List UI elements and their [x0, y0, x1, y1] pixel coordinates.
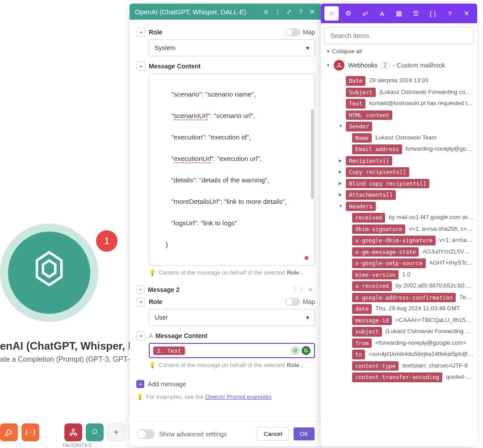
tab-text[interactable]: A [375, 6, 389, 21]
tab-math[interactable]: x¹ [358, 6, 373, 21]
tree-row[interactable]: ▼Headers [339, 201, 474, 212]
fav-webhook-icon[interactable] [64, 423, 82, 441]
field-tag[interactable]: Attachments[] [346, 190, 396, 200]
fav-tool-icon[interactable] [0, 423, 18, 441]
tab-array[interactable]: ☰ [409, 6, 423, 21]
tree-row[interactable]: message-id<CAAAn+TBiCQaLU_8h15BybbDQ9h [339, 315, 474, 326]
field-tag[interactable]: content-type [352, 361, 399, 371]
tree-row[interactable]: HTML content [339, 110, 474, 121]
bulb-icon: 💡 [149, 362, 156, 368]
field-tag[interactable]: Copy recipients[] [346, 167, 409, 177]
map-toggle[interactable] [285, 28, 300, 36]
collapse-all-button[interactable]: ▼ Collapse all [321, 48, 477, 58]
tree-row[interactable]: receivedby mail-oo1-f47.google.com with … [339, 212, 474, 224]
mapped-pill[interactable]: 2. Text [153, 347, 185, 355]
tree-row[interactable]: ▶Copy recipients[] [339, 166, 474, 178]
message-content-input[interactable]: "scenario": "scenario name", "scenarioUr… [149, 73, 315, 266]
fav-openai-icon[interactable] [86, 423, 104, 441]
tree-row[interactable]: Date29 sierpnia 2024 13:03 [339, 75, 474, 87]
field-tag[interactable]: content-transfer-encoding [352, 372, 442, 382]
tree-row[interactable]: x-gm-message-stateAOJu0YznZL5VwaJt0RDLj8… [339, 246, 474, 258]
tab-date[interactable]: ▦ [392, 6, 406, 21]
tree-row[interactable]: ▼Sender [339, 121, 474, 132]
tab-settings[interactable]: ⚙ [341, 6, 356, 21]
field-tag[interactable]: received [352, 213, 385, 223]
tree-row[interactable]: to<ssn4pl1kmib4du5ibrjba14tfekat5ph@hook… [339, 349, 474, 360]
chevron-down-icon[interactable]: ▾ [136, 297, 145, 306]
tree-row[interactable]: ▶Attachments[] [339, 189, 474, 201]
tab-json[interactable]: { } [426, 6, 440, 21]
fav-brackets-icon[interactable]: [·] [21, 423, 39, 441]
search-input[interactable] [324, 27, 474, 44]
field-tag[interactable]: Blind copy recipients[] [346, 179, 429, 189]
tree-row[interactable]: Textkontakt@lostrowski.pl has requested … [339, 98, 474, 110]
tree-row[interactable]: dateThu, 29 Aug 2024 11:03:46 GMT [339, 303, 474, 315]
cancel-button[interactable]: Cancel [257, 427, 289, 441]
scrollbar[interactable] [311, 110, 314, 199]
field-tag[interactable]: x-gm-message-state [352, 247, 419, 257]
chevron-down-icon[interactable]: ▾ [136, 28, 145, 37]
chevron-down-icon[interactable]: ▾ [136, 331, 145, 340]
tree-row[interactable]: ▶Blind copy recipients[] [339, 178, 474, 190]
openai-node[interactable] [0, 224, 98, 322]
tree-row[interactable]: mime-version1.0 [339, 269, 474, 281]
role2-select[interactable]: User ▾ [149, 309, 315, 326]
remove-icon[interactable]: ✕ [308, 286, 313, 293]
grammarly-icon[interactable]: ⟳ [291, 346, 300, 355]
message-content-2-input[interactable]: 2. Text ⟳ G [149, 343, 315, 358]
field-tag[interactable]: Name [352, 133, 372, 143]
field-tag[interactable]: Subject [346, 88, 376, 97]
tree-row[interactable]: Email addressforwarding-noreply@google.c… [339, 144, 474, 155]
field-tag[interactable]: Sender [346, 122, 372, 131]
tree-row[interactable]: content-typetext/plain; charset=UTF-8 [339, 360, 474, 372]
grammarly-g-icon[interactable]: G [302, 346, 311, 355]
fav-add-button[interactable]: + [107, 423, 125, 441]
tree-row[interactable]: x-google-address-confirmation7eNtBMJ2Hnm… [339, 292, 474, 304]
field-tag[interactable]: subject [352, 327, 382, 337]
expand-icon[interactable]: ⤢ [285, 8, 293, 16]
drag-icon[interactable]: ⋮⋮ [292, 286, 304, 293]
tree-row[interactable]: ▶Recipients[] [339, 155, 474, 167]
field-tag[interactable]: Recipients[] [346, 156, 392, 166]
shuffle-icon[interactable]: ⤭ [262, 8, 270, 16]
tree-row[interactable]: from<forwarding-noreply@google.com> [339, 338, 474, 349]
field-tag[interactable]: to [352, 350, 365, 359]
field-tag[interactable]: Text [346, 99, 365, 109]
field-tag[interactable]: x-google-smtp-source [352, 258, 426, 268]
field-tag[interactable]: date [352, 304, 372, 314]
close-icon[interactable]: ✕ [308, 8, 316, 16]
ok-button[interactable]: OK [294, 427, 315, 440]
field-tag[interactable]: Date [346, 76, 365, 86]
advanced-toggle[interactable] [137, 429, 155, 439]
tab-help[interactable]: ? [442, 6, 457, 21]
tree-row[interactable]: NameŁukasz Ostrowski Team [339, 132, 474, 144]
help-icon[interactable]: ? [297, 8, 305, 16]
field-tag[interactable]: HTML content [346, 110, 392, 120]
tree-row[interactable]: x-google-smtp-sourceAGHT+IHySTcWplqs7OiA… [339, 258, 474, 269]
add-message-button[interactable]: + [136, 380, 144, 388]
field-tag[interactable]: x-google-address-confirmation [352, 293, 456, 303]
field-tag[interactable]: message-id [352, 316, 392, 325]
tree-row[interactable]: x-receivedby 2002:a05:6870:b52c:b0:270:1… [339, 280, 474, 292]
tree-row[interactable]: Subject(Łukasz Ostrowski Forwarding conf… [339, 87, 474, 98]
module-row[interactable]: ▼ Webhooks 2 - Custom mailhook [321, 58, 477, 75]
tab-star[interactable]: ☆ [324, 6, 339, 21]
chevron-down-icon[interactable]: ▾ [136, 286, 144, 294]
menu-icon[interactable]: ⋮ [273, 8, 281, 16]
mapper-close-icon[interactable]: ✕ [459, 6, 474, 21]
tree-row[interactable]: subject(Łukasz Ostrowski Forwarding conf… [339, 326, 474, 338]
map-toggle-2[interactable] [285, 298, 300, 306]
field-tag[interactable]: Email address [352, 144, 402, 154]
field-tag[interactable]: Headers [346, 202, 376, 211]
field-tag[interactable]: dkim-signature [352, 224, 405, 234]
tree-row[interactable]: x-google-dkim-signaturev=1; a=rsa-sha256… [339, 235, 474, 246]
examples-link[interactable]: OpenAI Prompt examples [205, 393, 272, 400]
field-tag[interactable]: from [352, 338, 372, 348]
role-select[interactable]: System ▾ [149, 39, 315, 56]
tree-row[interactable]: content-transfer-encodingquoted-printabl… [339, 372, 474, 383]
field-tag[interactable]: x-received [352, 281, 392, 291]
tree-row[interactable]: dkim-signaturev=1; a=rsa-sha256; c=relax… [339, 224, 474, 235]
field-tag[interactable]: x-google-dkim-signature [352, 236, 436, 245]
field-tag[interactable]: mime-version [352, 270, 399, 280]
chevron-down-icon[interactable]: ▾ [136, 62, 145, 71]
